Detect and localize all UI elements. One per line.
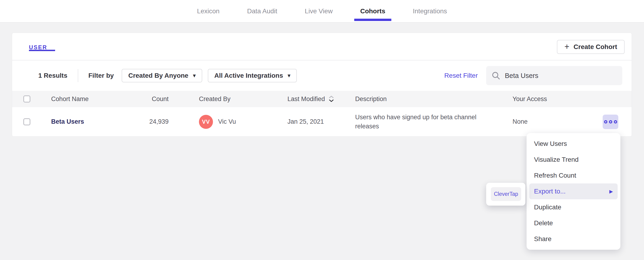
submenu-item-label: CleverTap — [494, 191, 518, 197]
description-cell: Users who have signed up for beta channe… — [355, 113, 512, 131]
menu-item-refresh-count[interactable]: Refresh Count — [526, 168, 620, 184]
tab-label: Cohorts — [360, 8, 385, 15]
chevron-down-icon: ▾ — [193, 72, 196, 79]
cohorts-card: USER + Create Cohort 1 Results Filter by… — [12, 33, 632, 136]
row-checkbox-cell — [12, 118, 51, 125]
tab-user[interactable]: USER — [29, 44, 48, 51]
row-checkbox[interactable] — [23, 118, 30, 125]
search-icon — [492, 72, 500, 80]
more-actions-button[interactable] — [603, 114, 618, 129]
cohort-name-cell: Beta Users — [51, 118, 134, 125]
divider — [78, 69, 78, 82]
created-by-dropdown-value: Created By Anyone — [128, 72, 188, 79]
menu-item-visualize-trend[interactable]: Visualize Trend — [526, 152, 620, 168]
header-cohort-name: Cohort Name — [51, 96, 134, 103]
tab-data-audit[interactable]: Data Audit — [241, 0, 283, 22]
menu-item-label: Delete — [534, 220, 553, 227]
table-header-row: Cohort Name Count Created By Last Modifi… — [12, 91, 632, 107]
plus-icon: + — [564, 42, 569, 51]
creator-name: Vic Vu — [218, 118, 236, 125]
tab-integrations[interactable]: Integrations — [407, 0, 453, 22]
more-dot-icon — [614, 120, 617, 124]
header-your-access: Your Access — [512, 96, 603, 103]
header-last-modified-label: Last Modified — [288, 96, 325, 103]
tab-lexicon[interactable]: Lexicon — [191, 0, 226, 22]
cohorts-screen: Lexicon Data Audit Live View Cohorts Int… — [0, 0, 644, 260]
tab-label: Integrations — [413, 8, 447, 15]
search-input[interactable] — [505, 72, 617, 80]
your-access-cell: None — [512, 118, 603, 125]
create-cohort-button[interactable]: + Create Cohort — [557, 40, 624, 54]
menu-item-delete[interactable]: Delete — [526, 215, 620, 231]
create-cohort-label: Create Cohort — [574, 43, 617, 51]
menu-item-duplicate[interactable]: Duplicate — [526, 199, 620, 215]
integrations-dropdown[interactable]: All Active Integrations ▾ — [208, 69, 297, 82]
tab-label: Live View — [305, 8, 332, 15]
header-description: Description — [355, 96, 512, 103]
menu-item-label: Refresh Count — [534, 172, 576, 179]
reset-filter-link[interactable]: Reset Filter — [444, 72, 478, 79]
menu-item-export-to[interactable]: Export to... ▶ — [529, 184, 618, 199]
submenu-arrow-icon: ▶ — [610, 188, 613, 194]
count-cell: 24,939 — [134, 118, 169, 125]
last-modified-cell: Jan 25, 2021 — [288, 118, 355, 125]
tab-user-label: USER — [29, 44, 48, 50]
more-dot-icon — [604, 120, 607, 124]
actions-cell — [603, 114, 632, 129]
header-created-by: Created By — [169, 96, 288, 103]
more-dot-icon — [609, 120, 612, 124]
export-submenu: CleverTap — [486, 183, 526, 206]
menu-item-label: View Users — [534, 140, 567, 148]
tab-label: Lexicon — [197, 8, 220, 15]
header-checkbox-cell — [12, 96, 51, 102]
cohort-name-link[interactable]: Beta Users — [51, 118, 84, 125]
tab-label: Data Audit — [247, 8, 277, 15]
menu-item-label: Export to... — [534, 188, 566, 195]
user-tab-underline — [29, 50, 55, 51]
tab-live-view[interactable]: Live View — [299, 0, 338, 22]
filter-bar: 1 Results Filter by Created By Anyone ▾ … — [12, 60, 632, 91]
select-all-checkbox[interactable] — [23, 96, 30, 102]
created-by-dropdown[interactable]: Created By Anyone ▾ — [122, 69, 202, 82]
filter-by-label: Filter by — [88, 72, 114, 79]
header-last-modified[interactable]: Last Modified — [288, 95, 355, 103]
chevron-down-icon: ▾ — [288, 72, 290, 79]
submenu-item-clevertap[interactable]: CleverTap — [491, 187, 521, 201]
created-by-cell: VV Vic Vu — [169, 115, 288, 129]
menu-item-label: Duplicate — [534, 204, 561, 211]
sort-icon[interactable] — [328, 95, 334, 103]
menu-item-label: Share — [534, 235, 552, 243]
integrations-dropdown-value: All Active Integrations — [214, 72, 283, 79]
results-count: 1 Results — [38, 72, 68, 79]
menu-item-view-users[interactable]: View Users — [526, 136, 620, 152]
cohort-type-tabbar: USER + Create Cohort — [12, 33, 632, 60]
avatar: VV — [199, 115, 213, 129]
row-context-menu: View Users Visualize Trend Refresh Count… — [526, 133, 620, 250]
top-nav: Lexicon Data Audit Live View Cohorts Int… — [0, 0, 644, 23]
header-count: Count — [134, 96, 169, 103]
active-tab-underline — [354, 19, 391, 21]
menu-item-share[interactable]: Share — [526, 231, 620, 247]
search-box[interactable] — [486, 66, 622, 85]
table-row: Beta Users 24,939 VV Vic Vu Jan 25, 2021… — [12, 107, 632, 136]
menu-item-label: Visualize Trend — [534, 156, 578, 164]
tab-cohorts[interactable]: Cohorts — [354, 0, 391, 22]
